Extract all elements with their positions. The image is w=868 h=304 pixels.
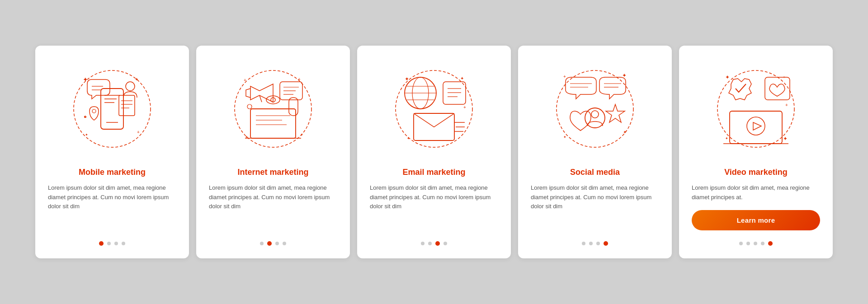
card-email-marketing: ✦ ✦ ✦ + Email marketing Lorem ipsum dolo… <box>357 46 511 259</box>
svg-text:✦: ✦ <box>407 136 410 140</box>
svg-text:✦: ✦ <box>623 130 627 135</box>
svg-text:✦: ✦ <box>405 76 409 82</box>
dot <box>107 242 111 245</box>
card-dots-internet <box>260 241 286 246</box>
svg-point-62 <box>591 111 599 118</box>
card-mobile-marketing: ✦ ✦ ✦ + ○ Mobile marketing Lorem ipsum d… <box>35 46 189 259</box>
card-dots-video <box>739 241 773 246</box>
mobile-marketing-illustration: ✦ ✦ ✦ + ○ <box>48 59 176 159</box>
svg-text:✦: ✦ <box>135 77 138 82</box>
svg-rect-1 <box>101 89 123 129</box>
svg-point-36 <box>247 104 252 109</box>
dot <box>596 242 600 245</box>
svg-point-12 <box>126 82 135 91</box>
dot <box>421 242 425 245</box>
dot <box>739 242 743 245</box>
dot-active <box>267 241 272 246</box>
svg-text:+: + <box>137 130 140 135</box>
dot <box>428 242 432 245</box>
card-text-internet: Lorem ipsum dolor sit dim amet, mea regi… <box>209 183 337 231</box>
svg-point-71 <box>747 117 765 135</box>
svg-rect-43 <box>443 82 466 104</box>
dot <box>761 242 764 245</box>
dot <box>283 242 286 245</box>
card-title-mobile: Mobile marketing <box>48 168 176 177</box>
dot-active <box>435 241 440 246</box>
dot <box>443 242 447 245</box>
card-title-email: Email marketing <box>370 168 498 177</box>
svg-text:○: ○ <box>783 75 785 79</box>
email-marketing-illustration: ✦ ✦ ✦ + <box>370 59 498 159</box>
dot <box>746 242 750 245</box>
dot <box>582 242 585 245</box>
svg-text:○: ○ <box>84 115 86 119</box>
social-media-illustration: + ✦ ✦ ✦ <box>531 59 659 159</box>
card-title-internet: Internet marketing <box>209 168 337 177</box>
card-dots-email <box>421 241 447 246</box>
svg-rect-69 <box>730 111 782 144</box>
svg-text:✦: ✦ <box>245 135 248 139</box>
dot <box>114 242 118 245</box>
card-text-mobile: Lorem ipsum dolor sit dim amet, mea regi… <box>48 183 176 231</box>
svg-text:+: + <box>463 105 466 110</box>
svg-marker-72 <box>753 122 761 130</box>
learn-more-button[interactable]: Learn more <box>692 210 820 230</box>
dot <box>754 242 757 245</box>
card-title-social: Social media <box>531 168 659 177</box>
dot <box>260 242 264 245</box>
internet-marketing-illustration: + + ✦ ✦ <box>209 59 337 159</box>
video-marketing-illustration: ✦ ○ ✦ ✦ + <box>692 59 820 159</box>
svg-rect-6 <box>119 95 135 116</box>
card-dots-social <box>582 241 608 246</box>
svg-text:+: + <box>298 77 301 82</box>
dot <box>275 242 279 245</box>
svg-text:✦: ✦ <box>83 76 88 83</box>
cards-container: ✦ ✦ ✦ + ○ Mobile marketing Lorem ipsum d… <box>17 32 851 272</box>
card-social-media: + ✦ ✦ ✦ Social media Lorem ipsum dolor s… <box>518 46 672 259</box>
svg-text:+: + <box>244 78 246 83</box>
dot-active <box>99 241 104 246</box>
card-video-marketing: ✦ ○ ✦ ✦ + Video marketing Lorem ipsum do… <box>679 46 833 259</box>
dot-active <box>604 241 608 246</box>
svg-text:✦: ✦ <box>563 135 566 139</box>
card-text-email: Lorem ipsum dolor sit dim amet, mea regi… <box>370 183 498 231</box>
svg-point-55 <box>557 70 633 147</box>
dot <box>589 242 593 245</box>
dot <box>122 242 125 245</box>
svg-text:+: + <box>563 74 566 79</box>
svg-rect-20 <box>250 109 296 138</box>
card-title-video: Video marketing <box>692 168 820 177</box>
svg-text:✦: ✦ <box>783 136 788 142</box>
card-dots-mobile <box>99 241 125 246</box>
svg-text:+: + <box>785 103 788 108</box>
svg-text:✦: ✦ <box>725 74 730 80</box>
card-text-video: Lorem ipsum dolor sit dim amet, mea regi… <box>692 183 820 202</box>
svg-text:✦: ✦ <box>85 133 88 137</box>
dot-active <box>768 241 773 246</box>
svg-text:✦: ✦ <box>300 133 303 137</box>
svg-point-13 <box>92 109 96 113</box>
svg-marker-60 <box>606 104 625 122</box>
card-internet-marketing: + + ✦ ✦ Internet marketing Lorem ipsum d… <box>196 46 350 259</box>
svg-text:✦: ✦ <box>460 76 464 81</box>
svg-text:✦: ✦ <box>725 136 728 140</box>
card-text-social: Lorem ipsum dolor sit dim amet, mea regi… <box>531 183 659 231</box>
svg-text:✦: ✦ <box>622 72 627 79</box>
